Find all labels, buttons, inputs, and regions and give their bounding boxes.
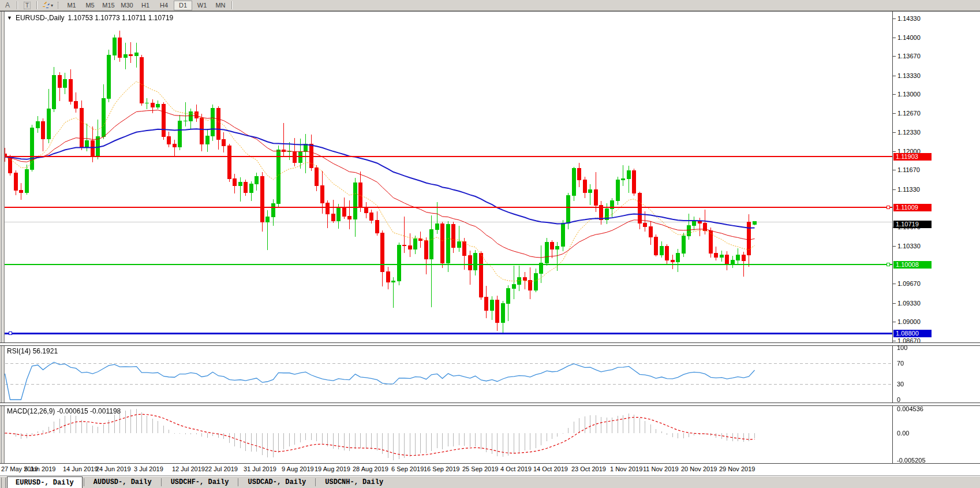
date-axis[interactable]: 27 May 20195 Jun 201914 Jun 201924 Jun 2… (0, 464, 980, 476)
date-axis-label: 11 Nov 2019 (643, 465, 679, 472)
symbol-dropdown-icon[interactable]: ▼ (7, 15, 12, 21)
timeframe-button-m1[interactable]: M1 (63, 1, 80, 10)
rsi-scale-label: 70 (897, 360, 904, 367)
rsi-scale-label: 30 (897, 381, 904, 388)
price-tick-label: 1.11670 (897, 166, 920, 173)
price-tick-mark (893, 132, 896, 133)
date-axis-label: 1 Nov 2019 (610, 465, 642, 472)
price-tick-mark (893, 151, 896, 152)
hline-price-tag: 1.10008 (893, 261, 932, 269)
timeframe-button-group: M1M5M15M30H1H4D1W1MN (62, 1, 230, 10)
timeframe-button-m5[interactable]: M5 (81, 1, 99, 10)
tab-divider (84, 478, 84, 486)
chart-tab-usdcad[interactable]: USDCAD-, Daily (240, 476, 314, 487)
price-tick-label: 1.14330 (897, 15, 921, 22)
panel-border (0, 463, 980, 464)
price-tick-mark (893, 303, 896, 304)
date-axis-label: 31 Jul 2019 (244, 465, 276, 472)
price-tick-mark (893, 246, 896, 247)
panel-separator[interactable] (0, 403, 980, 406)
chart-tab-usdcnh[interactable]: USDCNH-, Daily (317, 476, 391, 487)
price-tick-mark (893, 189, 896, 190)
date-axis-label: 19 Aug 2019 (315, 465, 350, 472)
price-tick-label: 1.14000 (897, 34, 921, 41)
macd-scale-label: -0.005205 (897, 457, 926, 464)
toolbar-separator (36, 1, 38, 9)
rsi-indicator-label: RSI(14) 56.1921 (7, 347, 58, 355)
date-axis-label: 25 Sep 2019 (462, 465, 498, 472)
price-tick-label: 1.12330 (897, 129, 921, 136)
macd-scale-label: 0.00 (897, 430, 909, 437)
price-axis[interactable]: 1.143301.140001.136701.133301.130001.126… (892, 12, 980, 464)
timeframe-button-d1[interactable]: D1 (174, 1, 192, 10)
top-toolbar: A T ▾ M1M5M15M30H1H4D1W1MN (0, 0, 980, 11)
toolbar-grip[interactable] (58, 2, 60, 9)
cursor-arrows-icon (42, 2, 50, 9)
cursor-tool-button[interactable]: ▾ (39, 1, 55, 10)
rsi-scale-label: 100 (897, 344, 907, 351)
timeframe-button-m30[interactable]: M30 (118, 1, 136, 10)
annotate-tool-button[interactable]: A (0, 1, 15, 10)
date-axis-label: 22 Jul 2019 (205, 465, 238, 472)
macd-scale-label: 0.004536 (897, 405, 923, 412)
tab-divider (238, 478, 238, 486)
rsi-panel-canvas[interactable] (0, 345, 892, 403)
main-chart-canvas[interactable] (0, 12, 892, 343)
date-axis-label: 6 Sep 2019 (391, 465, 424, 472)
price-tick-label: 1.09000 (897, 318, 921, 325)
date-axis-label: 29 Nov 2019 (719, 465, 755, 472)
date-axis-label: 14 Oct 2019 (533, 465, 568, 472)
rsi-scale-label: 0 (897, 396, 900, 403)
price-tick-mark (893, 284, 896, 284)
date-axis-label: 24 Jun 2019 (96, 465, 131, 472)
price-tick-mark (893, 170, 896, 170)
date-axis-label: 16 Sep 2019 (424, 465, 459, 472)
price-tick-mark (893, 341, 896, 341)
price-tick-label: 1.10330 (897, 243, 921, 249)
tab-bar-grip[interactable] (1, 478, 6, 488)
price-tick-mark (893, 56, 896, 57)
current-price-tag: 1.10719 (893, 221, 932, 228)
price-tick-label: 1.09670 (897, 280, 921, 287)
timeframe-button-w1[interactable]: W1 (193, 1, 211, 10)
macd-indicator-label: MACD(12,26,9) -0.000615 -0.001198 (7, 407, 121, 415)
date-axis-label: 23 Oct 2019 (571, 465, 606, 472)
toolbar-separator (17, 1, 18, 9)
date-axis-label: 14 Jun 2019 (63, 465, 98, 472)
chart-tab-usdchf[interactable]: USDCHF-, Daily (163, 476, 237, 487)
price-tick-label: 1.13000 (897, 91, 921, 98)
quote-ohlc: 1.10753 1.10773 1.10711 1.10719 (68, 14, 174, 22)
hline-price-tag: 1.11903 (893, 153, 932, 161)
timeframe-button-mn[interactable]: MN (212, 1, 229, 10)
date-axis-label: 9 Aug 2019 (282, 465, 314, 472)
chart-title: ▼ EURUSD-,Daily 1.10753 1.10773 1.10711 … (7, 14, 173, 22)
price-tick-label: 1.09330 (897, 300, 921, 307)
text-tool-icon: T (24, 2, 31, 9)
text-tool-button[interactable]: T (20, 1, 35, 10)
chart-tab-audusd[interactable]: AUDUSD-, Daily (85, 476, 160, 487)
date-axis-label: 4 Oct 2019 (500, 465, 532, 472)
hline-price-tag: 1.08800 (893, 330, 932, 337)
chart-tab-eurusd[interactable]: EURUSD-, Daily (7, 476, 83, 488)
panel-separator[interactable] (0, 342, 980, 346)
tab-divider (161, 478, 162, 486)
date-axis-label: 28 Aug 2019 (353, 465, 388, 472)
date-axis-label: 12 Jul 2019 (172, 465, 205, 472)
price-tick-label: 1.13330 (897, 72, 921, 79)
tab-divider (315, 478, 316, 486)
price-tick-mark (893, 94, 896, 95)
macd-panel-canvas[interactable] (0, 405, 892, 463)
window-left-edge (0, 12, 5, 488)
timeframe-button-h1[interactable]: H1 (137, 1, 154, 10)
hline-price-tag: 1.11009 (893, 204, 932, 211)
timeframe-button-h4[interactable]: H4 (155, 1, 173, 10)
date-axis-label: 20 Nov 2019 (681, 465, 717, 472)
price-tick-mark (893, 76, 896, 76)
price-tick-mark (893, 38, 896, 38)
date-axis-label: 5 Jun 2019 (24, 465, 55, 472)
price-tick-label: 1.12670 (897, 110, 921, 117)
price-tick-label: 1.11330 (897, 186, 920, 193)
chart-window: ▼ EURUSD-,Daily 1.10753 1.10773 1.10711 … (0, 11, 980, 488)
timeframe-button-m15[interactable]: M15 (100, 1, 117, 10)
price-tick-mark (893, 18, 896, 19)
